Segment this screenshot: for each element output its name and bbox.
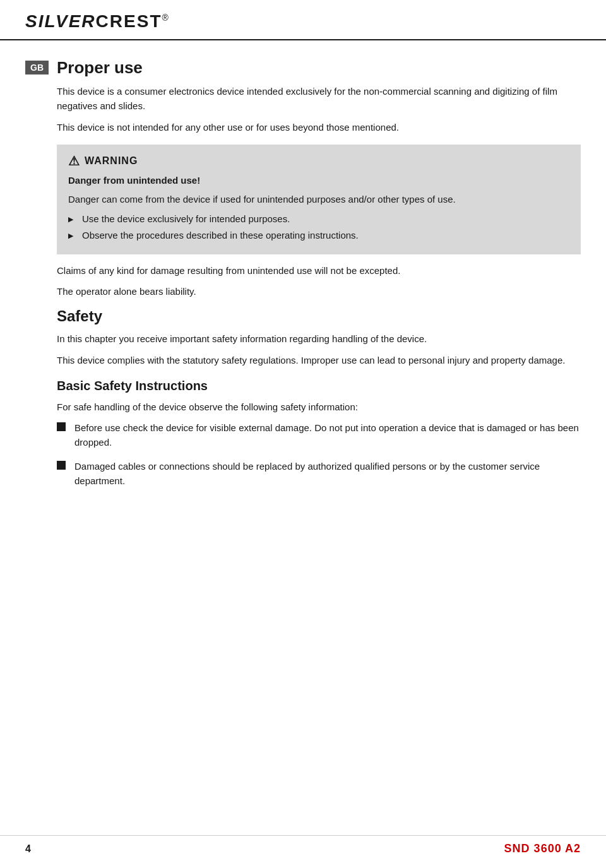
logo-silver-text: Silver xyxy=(25,11,96,31)
warning-body-text: Danger can come from the device if used … xyxy=(68,193,569,207)
brand-logo: SilverCrest® xyxy=(25,11,170,32)
basic-safety-title: Basic Safety Instructions xyxy=(57,379,581,393)
logo-crest-text: Crest xyxy=(96,11,162,31)
warning-triangle-icon: ⚠ xyxy=(68,153,80,169)
warning-bullet-2: Observe the procedures described in thes… xyxy=(68,229,569,243)
warning-header: ⚠ WARNING xyxy=(68,153,569,169)
basic-safety-list: Before use check the device for visible … xyxy=(57,420,581,488)
proper-use-para2: This device is not intended for any othe… xyxy=(57,120,581,134)
page-wrapper: SilverCrest® GB Proper use This device i… xyxy=(0,0,606,868)
warning-title: WARNING xyxy=(85,155,138,167)
basic-safety-intro: For safe handling of the device observe … xyxy=(57,400,581,414)
language-badge: GB xyxy=(25,61,49,74)
basic-safety-bullet-1: Before use check the device for visible … xyxy=(57,420,581,450)
proper-use-para4: The operator alone bears liability. xyxy=(57,284,581,299)
safety-title: Safety xyxy=(57,307,581,325)
warning-body: Danger from unintended use! Danger can c… xyxy=(68,174,569,243)
proper-use-para3: Claims of any kind for damage resulting … xyxy=(57,263,581,278)
safety-section: Safety In this chapter you receive impor… xyxy=(57,307,581,367)
proper-use-title: Proper use xyxy=(57,58,581,78)
safety-para1: In this chapter you receive important sa… xyxy=(57,331,581,346)
page-number: 4 xyxy=(25,843,31,855)
safety-para2: This device complies with the statutory … xyxy=(57,353,581,367)
language-badge-container: GB xyxy=(25,58,57,497)
warning-subtitle: Danger from unintended use! xyxy=(68,174,569,188)
basic-safety-section: Basic Safety Instructions For safe handl… xyxy=(57,379,581,488)
logo-registered-symbol: ® xyxy=(162,13,170,23)
footer: 4 SND 3600 A2 xyxy=(0,835,606,855)
proper-use-para1: This device is a consumer electronics de… xyxy=(57,84,581,114)
warning-bullet-1: Use the device exclusively for intended … xyxy=(68,212,569,227)
warning-bullet-list: Use the device exclusively for intended … xyxy=(68,212,569,243)
page-content: GB Proper use This device is a consumer … xyxy=(0,40,606,522)
basic-safety-bullet-2: Damaged cables or connections should be … xyxy=(57,459,581,489)
warning-box: ⚠ WARNING Danger from unintended use! Da… xyxy=(57,145,581,254)
main-content: Proper use This device is a consumer ele… xyxy=(57,58,581,497)
model-number: SND 3600 A2 xyxy=(504,842,581,855)
header: SilverCrest® xyxy=(0,0,606,40)
